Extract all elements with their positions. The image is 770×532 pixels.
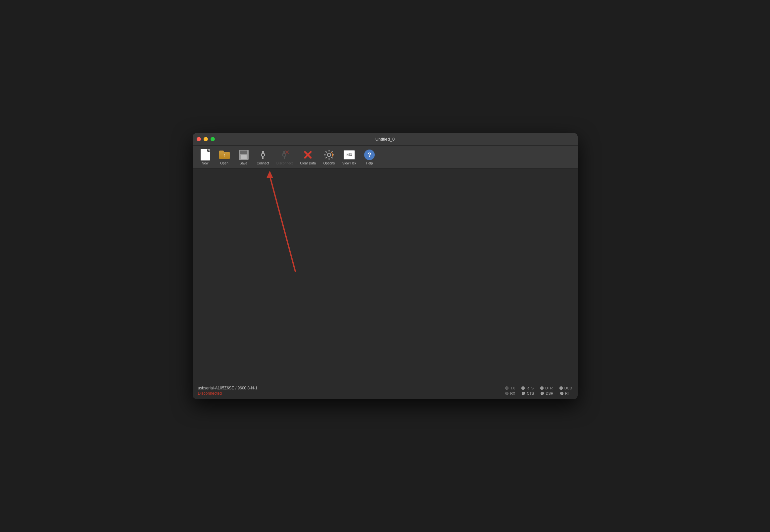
new-label: New [202,161,208,165]
dsr-indicator: DSR [541,391,553,395]
ri-label: RI [565,391,569,395]
options-button[interactable]: Options [320,148,338,166]
rx-indicator: RX [505,391,515,395]
dcd-label: DCD [565,386,572,390]
cleardata-x-icon [302,149,313,160]
svg-rect-5 [262,156,263,159]
disconnect-button[interactable]: Disconnect [273,148,296,166]
rts-label: RTS [526,386,534,390]
disconnect-label: Disconnect [276,161,293,165]
svg-line-24 [270,176,295,271]
rts-dot [521,386,525,390]
close-button[interactable] [197,137,201,141]
viewhex-icon-area: HEX [343,149,355,161]
svg-rect-9 [285,154,286,156]
open-label: Open [220,161,228,165]
save-label: Save [240,161,247,165]
cleardata-label: Clear Data [300,161,316,165]
disconnect-icon-area [278,149,290,161]
help-button[interactable]: ? Help [360,148,379,166]
disconnect-plug-icon [279,150,289,160]
svg-rect-8 [282,154,283,156]
connect-button[interactable]: Connect [253,148,272,166]
viewhex-label: View Hex [342,161,356,165]
svg-marker-25 [266,171,273,178]
viewhex-hex-icon: HEX [343,150,355,159]
dtr-label: DTR [545,386,553,390]
save-button[interactable]: Save [234,148,253,166]
svg-rect-21 [325,151,327,153]
open-button[interactable]: ↑ Open [215,148,234,166]
dsr-dot [541,392,544,395]
window-title: Untitled_0 [375,137,395,142]
status-right: TX RTS DTR DCD [505,386,572,395]
options-label: Options [323,161,335,165]
open-icon-area: ↑ [218,149,230,161]
new-file-icon [201,149,210,160]
viewhex-button[interactable]: HEX View Hex [339,148,359,166]
tx-dot [505,386,509,390]
main-content-area [193,169,578,382]
main-window: Untitled_0 New ↑ Open [193,133,578,399]
dtr-indicator: DTR [540,386,553,390]
ri-dot [560,392,564,395]
status-indicators: TX RTS DTR DCD [505,386,572,395]
cts-indicator: CTS [522,391,534,395]
toolbar: New ↑ Open Save [193,146,578,169]
tx-indicator: TX [505,386,515,390]
connect-label: Connect [257,161,269,165]
help-label: Help [366,161,373,165]
rx-dot [505,392,509,395]
cleardata-icon-area [302,149,314,161]
indicator-row-1: TX RTS DTR DCD [505,386,572,390]
minimize-button[interactable] [204,137,208,141]
indicator-row-2: RX CTS DSR RI [505,391,572,395]
rx-label: RX [510,391,515,395]
save-floppy-icon [239,150,249,160]
svg-rect-3 [264,154,265,156]
dsr-label: DSR [546,391,553,395]
cleardata-button[interactable]: Clear Data [296,148,319,166]
svg-rect-2 [261,154,262,156]
dcd-dot [560,386,563,390]
options-icon-area [323,149,335,161]
svg-rect-17 [324,155,326,155]
new-icon-area [199,149,211,161]
svg-rect-10 [283,156,286,156]
options-gear-icon [324,150,334,160]
help-question-icon: ? [364,150,375,160]
new-button[interactable]: New [196,148,214,166]
svg-rect-1 [261,154,265,154]
svg-rect-11 [284,156,285,159]
dcd-indicator: DCD [560,386,572,390]
connect-plug-icon [258,150,268,160]
rts-indicator: RTS [521,386,534,390]
svg-rect-20 [325,157,327,159]
svg-point-14 [327,153,331,156]
annotation-arrow [193,169,578,382]
svg-rect-16 [329,158,330,160]
titlebar: Untitled_0 [193,133,578,146]
status-left: usbserial-A105Z6SE / 9600 8-N-1 Disconne… [198,386,506,396]
svg-rect-4 [261,156,264,156]
open-folder-icon: ↑ [219,151,230,159]
cts-dot [522,392,525,395]
save-icon-area [238,149,249,161]
help-icon-area: ? [363,149,375,161]
cts-label: CTS [527,391,534,395]
svg-rect-15 [329,150,330,152]
window-controls [197,137,215,141]
dtr-dot [540,386,544,390]
statusbar: usbserial-A105Z6SE / 9600 8-N-1 Disconne… [193,382,578,399]
ri-indicator: RI [560,391,569,395]
tx-label: TX [510,386,515,390]
connection-status: Disconnected [198,391,506,396]
port-info: usbserial-A105Z6SE / 9600 8-N-1 [198,386,506,390]
svg-rect-22 [331,157,333,159]
maximize-button[interactable] [210,137,215,141]
connect-icon-area [257,149,269,161]
